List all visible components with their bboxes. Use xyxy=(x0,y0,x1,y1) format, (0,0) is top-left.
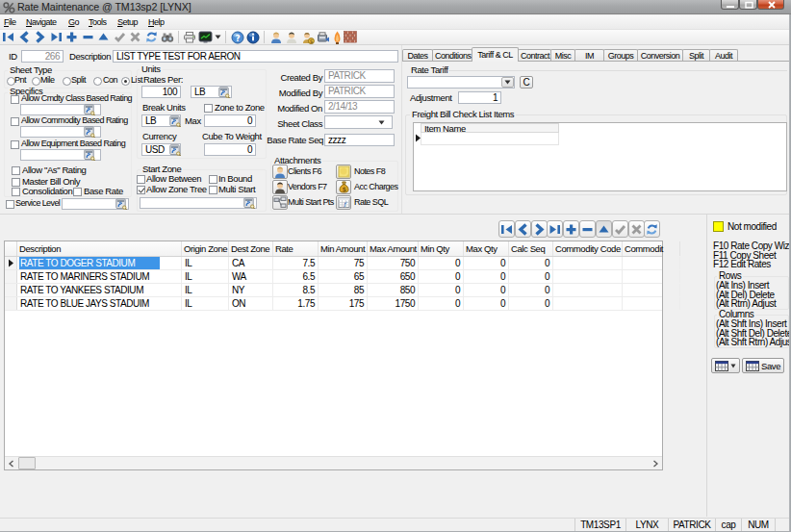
nav-prior-button[interactable] xyxy=(515,220,531,238)
grid-cell[interactable] xyxy=(553,284,623,296)
max-field[interactable]: 0 xyxy=(204,114,256,127)
grid-column-header[interactable]: Calc Seq xyxy=(509,241,553,256)
toolbar-info-button[interactable] xyxy=(245,30,261,44)
grid-cell[interactable]: 1.75 xyxy=(273,297,319,310)
sheet-type-radio-list[interactable] xyxy=(121,77,130,86)
sheet-type-option-con[interactable]: Con xyxy=(103,76,117,85)
nav-post-button[interactable] xyxy=(612,220,628,238)
grid-cell[interactable] xyxy=(623,284,680,296)
grid-column-header[interactable]: Origin Zone xyxy=(182,241,229,256)
description-field[interactable]: LIST TYPE TEST FOR AERON xyxy=(113,50,398,63)
toolbar-screen-dropdown[interactable] xyxy=(214,30,222,44)
as-rating-checkbox[interactable] xyxy=(12,166,20,175)
sheet-type-radio-mile[interactable] xyxy=(32,77,40,86)
grid-save-button[interactable]: Save xyxy=(742,358,784,373)
toolbar-last-button[interactable] xyxy=(48,30,64,44)
grid-column-header[interactable]: Rate xyxy=(273,241,319,256)
notes-button[interactable] xyxy=(336,165,351,179)
grid-cell[interactable]: 0 xyxy=(464,257,509,269)
in-bound-checkbox[interactable] xyxy=(209,175,217,184)
menu-setup[interactable]: Setup xyxy=(117,15,138,30)
grid-column-header[interactable]: Commodit xyxy=(623,241,680,256)
grid-cell[interactable]: NY xyxy=(229,284,273,296)
grid-cell[interactable]: RATE TO BLUE JAYS STADUIM xyxy=(17,297,182,310)
acc-charges-button[interactable]: $ xyxy=(336,180,351,194)
grid-cell[interactable]: 0 xyxy=(419,257,464,269)
toolbar-acc-charges-button[interactable]: $ xyxy=(300,30,316,44)
grid-cell[interactable]: 0 xyxy=(419,284,464,296)
close-button[interactable] xyxy=(757,0,784,10)
hscroll-right-arrow[interactable] xyxy=(649,457,662,469)
nav-next-button[interactable] xyxy=(531,220,548,238)
consolidation-checkbox[interactable] xyxy=(12,188,20,196)
notes-button-label[interactable]: Notes F8 xyxy=(354,167,385,176)
vendors-button[interactable] xyxy=(272,180,288,194)
id-field[interactable]: 266 xyxy=(21,50,64,63)
grid-cell[interactable]: 7.5 xyxy=(273,257,319,269)
grid-cell[interactable]: 0 xyxy=(509,297,553,310)
grid-column-header[interactable]: Commodity Code xyxy=(553,241,623,256)
grid-cell[interactable]: 0 xyxy=(509,284,553,296)
grid-cell[interactable]: 65 xyxy=(319,270,368,283)
toolbar-clients-button[interactable] xyxy=(268,30,284,44)
rate-sql-button-label[interactable]: Rate SQL xyxy=(354,198,388,207)
rates-per-unit-lookup-icon[interactable] xyxy=(218,87,230,98)
grid-data-row[interactable]: RATE TO YANKEES STADIUMILNY8.585850000 xyxy=(5,284,662,297)
toolbar-cancel-button[interactable] xyxy=(128,30,143,44)
sheet-type-option-mile[interactable]: Mile xyxy=(40,76,55,85)
sheet-type-option-split[interactable]: Split xyxy=(71,76,86,85)
nav-insert-button[interactable] xyxy=(563,220,579,238)
grid-cell[interactable]: RATE TO YANKEES STADIUM xyxy=(17,284,182,296)
menu-file[interactable]: File xyxy=(4,15,16,30)
grid-cell[interactable]: IL xyxy=(182,270,229,283)
grid-cell[interactable]: 175 xyxy=(319,297,368,310)
toolbar-next-button[interactable] xyxy=(33,30,48,44)
toolbar-first-button[interactable] xyxy=(1,30,16,44)
grid-cell[interactable] xyxy=(623,257,680,269)
grid-data-row[interactable]: RATE TO DOGER STADIUMILCA7.575750000 xyxy=(5,257,662,270)
break-units-lookup-icon[interactable] xyxy=(169,115,181,127)
equipment-checkbox[interactable] xyxy=(11,140,19,149)
acc-charges-button-label[interactable]: Acc Charges xyxy=(354,183,397,191)
grid-column-header[interactable]: Min Qty xyxy=(419,241,464,256)
sheet-class-arrow[interactable] xyxy=(378,116,392,128)
grid-cell[interactable] xyxy=(553,270,623,283)
toolbar-find-button[interactable] xyxy=(160,30,175,44)
toolbar-fax-button[interactable] xyxy=(316,30,331,44)
start-zone-lookup-icon[interactable] xyxy=(243,197,255,209)
toolbar-edit-button[interactable] xyxy=(96,30,112,44)
grid-column-header[interactable]: Min Amount xyxy=(319,241,368,256)
service-level-lookup-icon[interactable] xyxy=(115,198,127,210)
toolbar-flame-button[interactable] xyxy=(332,30,343,44)
nav-refresh-button[interactable] xyxy=(644,220,660,238)
grid-cell[interactable]: CA xyxy=(229,257,273,269)
grid-cell[interactable] xyxy=(623,297,680,310)
modified-by-field[interactable]: PATRICK xyxy=(324,85,395,98)
cube-to-weight-field[interactable]: 0 xyxy=(204,143,256,156)
toolbar-prior-button[interactable] xyxy=(16,30,32,44)
currency-lookup-icon[interactable] xyxy=(169,144,181,156)
grid-column-header[interactable]: Max Amount xyxy=(368,241,419,256)
sheet-type-radio-split[interactable] xyxy=(63,77,71,86)
grid-column-header[interactable]: Max Qty xyxy=(464,241,509,256)
toolbar-post-button[interactable] xyxy=(112,30,127,44)
grid-cell[interactable]: RATE TO DOGER STADIUM xyxy=(17,257,182,269)
menu-help[interactable]: Help xyxy=(148,15,165,30)
multi-start-pts-button[interactable] xyxy=(272,195,288,210)
grid-data-row[interactable]: RATE TO MARINERS STADIUMILWA6.565650000 xyxy=(5,270,662,284)
hscroll-thumb[interactable] xyxy=(18,457,36,469)
grid-cell[interactable]: 850 xyxy=(368,284,419,296)
allow-between-checkbox[interactable] xyxy=(137,175,145,184)
menu-go[interactable]: Go xyxy=(68,15,79,30)
grid-layout-button[interactable] xyxy=(711,358,740,373)
grid-cell[interactable]: WA xyxy=(229,270,273,283)
grid-cell[interactable]: 8.5 xyxy=(273,284,319,296)
grid-cell[interactable]: 0 xyxy=(419,270,464,283)
toolbar-rate-matrix-button[interactable] xyxy=(343,30,358,44)
multi-start-checkbox[interactable] xyxy=(209,186,217,194)
commodity-checkbox[interactable] xyxy=(11,117,19,126)
base-rate-seq-field[interactable]: zzzz xyxy=(324,134,395,146)
clients-button-label[interactable]: Clients F6 xyxy=(288,167,321,176)
base-rate-checkbox[interactable] xyxy=(73,188,82,196)
nav-first-button[interactable] xyxy=(498,220,515,238)
